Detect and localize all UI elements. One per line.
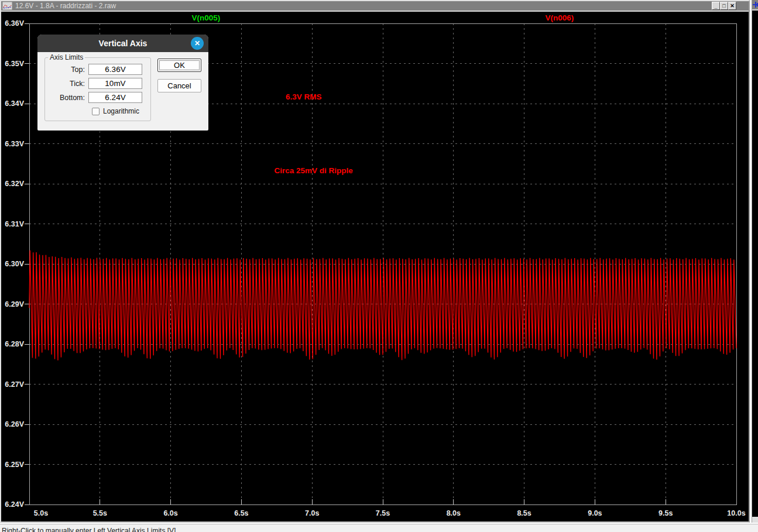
tick-field-label: Tick: [45, 80, 85, 88]
window-controls: _ □ ✕ [712, 2, 736, 10]
y-tick-label: 6.29V [5, 300, 24, 308]
x-tick-label: 9.5s [658, 509, 673, 517]
top-field-input[interactable] [88, 64, 142, 75]
axis-limits-group: Axis Limits Top: Tick: Bottom: Logarithm… [44, 53, 151, 121]
y-tick-label: 6.27V [5, 380, 24, 389]
y-tick-label: 6.26V [5, 420, 24, 428]
dialog-close-icon[interactable]: ✕ [191, 37, 204, 50]
plot-annotation: Circa 25mV di Ripple [274, 166, 353, 175]
x-tick-label: 8.0s [447, 509, 461, 517]
logarithmic-checkbox[interactable] [92, 108, 100, 115]
window-title: 12.6V - 1.8A - raddrizzati - 2.raw [15, 2, 116, 10]
y-tick-label: 6.32V [5, 180, 24, 188]
x-tick-label: 5.5s [93, 509, 107, 517]
bottom-field-row: Bottom: [45, 92, 150, 103]
waveform-window-titlebar[interactable]: 12.6V - 1.8A - raddrizzati - 2.raw _ □ ✕ [1, 1, 749, 12]
y-tick-label: 6.35V [5, 60, 24, 68]
bottom-field-label: Bottom: [45, 94, 85, 102]
ltspice-workspace: 12.6V - 1.8A - raddrizzati - 2.raw _ □ ✕… [0, 0, 758, 532]
x-tick-label: 7.0s [305, 509, 319, 517]
status-bar: Right-Click to manually enter Left Verti… [0, 524, 758, 532]
schematic-file-icon [752, 0, 758, 9]
axis-limits-label: Axis Limits [48, 53, 85, 61]
top-field-label: Top: [45, 66, 85, 74]
maximize-button[interactable]: □ [720, 2, 728, 10]
cancel-button[interactable]: Cancel [157, 79, 201, 92]
logarithmic-row: Logarithmic [88, 107, 150, 115]
x-tick-label: 8.5s [517, 509, 531, 517]
dialog-title: Vertical Axis [99, 39, 148, 48]
bottom-field-input[interactable] [88, 92, 142, 103]
y-tick-label: 6.36V [5, 19, 24, 28]
vertical-axis-dialog: Vertical Axis ✕ Axis Limits Top: Tick: B… [37, 35, 208, 131]
x-tick-label: 6.0s [163, 509, 177, 517]
logarithmic-label: Logarithmic [103, 107, 139, 115]
schematic-window-sliver[interactable] [752, 0, 758, 523]
tick-field-input[interactable] [88, 78, 142, 89]
status-text: Right-Click to manually enter Left Verti… [2, 527, 758, 532]
x-tick-label: 5.0s [34, 509, 48, 517]
y-tick-label: 6.30V [5, 260, 24, 268]
top-field-row: Top: [45, 64, 150, 75]
close-button[interactable]: ✕ [728, 2, 736, 10]
y-tick-label: 6.31V [5, 220, 24, 228]
schematic-window-titlebar[interactable] [752, 0, 758, 11]
y-tick-label: 6.24V [5, 500, 24, 509]
schematic-window-bottom-frame [752, 517, 758, 523]
trace-label-vn006[interactable]: V(n006) [546, 13, 574, 22]
plot-annotation: 6.3V RMS [286, 92, 322, 101]
x-tick-label: 6.5s [234, 509, 248, 517]
ok-button[interactable]: OK [157, 59, 201, 72]
tick-field-row: Tick: [45, 78, 150, 89]
y-tick-label: 6.34V [5, 99, 24, 108]
minimize-button[interactable]: _ [712, 2, 720, 10]
dialog-titlebar[interactable]: Vertical Axis ✕ [37, 35, 208, 52]
waveform-file-icon [2, 2, 12, 10]
x-tick-label: 7.5s [376, 509, 390, 517]
y-tick-label: 6.25V [5, 461, 24, 469]
schematic-canvas-sliver[interactable] [752, 12, 758, 517]
dialog-body: Axis Limits Top: Tick: Bottom: Logarithm… [37, 52, 208, 131]
y-tick-label: 6.33V [5, 140, 24, 148]
x-tick-label: 10.0s [727, 509, 745, 517]
x-tick-label: 9.0s [588, 509, 602, 517]
y-tick-label: 6.28V [5, 340, 24, 348]
trace-label-vn005[interactable]: V(n005) [192, 13, 221, 22]
